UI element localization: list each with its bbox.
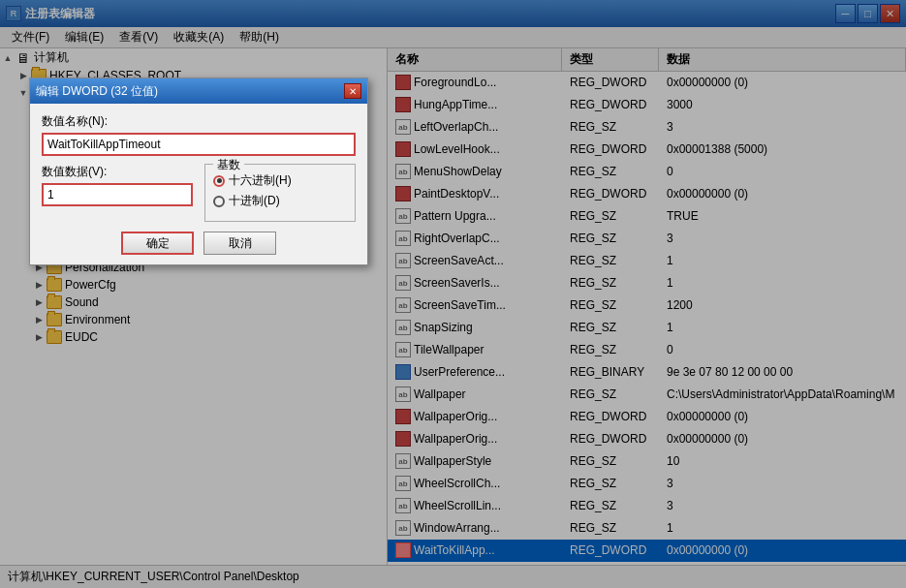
dialog-title-bar: 编辑 DWORD (32 位值) ✕ (30, 78, 367, 104)
base-group-label: 基数 (213, 157, 244, 173)
name-label: 数值名称(N): (42, 113, 356, 130)
dialog-buttons: 确定 取消 (42, 232, 356, 255)
hex-radio-label: 十六进制(H) (229, 172, 292, 189)
dec-radio-option[interactable]: 十进制(D) (213, 193, 347, 209)
hex-radio-button[interactable] (213, 175, 225, 187)
base-group: 基数 十六进制(H) 十进制(D) (204, 164, 356, 222)
data-label: 数值数据(V): (42, 164, 193, 180)
edit-dword-dialog: 编辑 DWORD (32 位值) ✕ 数值名称(N): 数值数据(V): 基数 … (29, 77, 368, 265)
modal-overlay: 编辑 DWORD (32 位值) ✕ 数值名称(N): 数值数据(V): 基数 … (0, 0, 906, 588)
dialog-body: 数值名称(N): 数值数据(V): 基数 十六进制(H) (30, 104, 367, 264)
cancel-button[interactable]: 取消 (203, 232, 276, 255)
dec-radio-label: 十进制(D) (229, 193, 280, 209)
dialog-main-row: 数值数据(V): 基数 十六进制(H) 十进制(D) (42, 164, 356, 222)
dialog-close-button[interactable]: ✕ (344, 83, 361, 99)
ok-button[interactable]: 确定 (121, 232, 194, 255)
dialog-right: 基数 十六进制(H) 十进制(D) (204, 164, 356, 222)
dialog-left: 数值数据(V): (42, 164, 193, 222)
dialog-title-text: 编辑 DWORD (32 位值) (36, 83, 344, 100)
name-input[interactable] (42, 133, 356, 156)
data-input[interactable] (42, 183, 193, 206)
hex-radio-option[interactable]: 十六进制(H) (213, 172, 347, 189)
dec-radio-button[interactable] (213, 196, 225, 207)
